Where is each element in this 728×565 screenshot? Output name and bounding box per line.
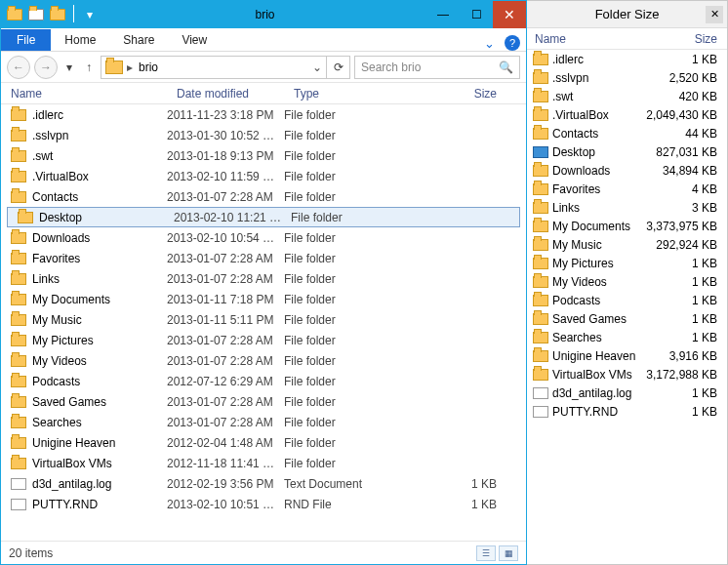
file-date: 2013-01-07 2:28 AM <box>167 354 284 368</box>
header-size[interactable]: Size <box>391 87 526 101</box>
folder-icon <box>533 350 548 362</box>
folder-icon <box>11 294 26 305</box>
forward-button[interactable]: → <box>34 56 58 79</box>
home-tab[interactable]: Home <box>51 29 109 51</box>
table-row[interactable]: My Pictures2013-01-07 2:28 AMFile folder <box>1 330 526 350</box>
file-name: My Videos <box>32 354 167 368</box>
list-item[interactable]: Saved Games1 KB <box>527 309 727 328</box>
list-item[interactable]: Unigine Heaven3,916 KB <box>527 346 727 365</box>
item-size: 827,031 KB <box>645 145 727 159</box>
list-item[interactable]: .sslvpn2,520 KB <box>527 68 727 87</box>
list-item[interactable]: .VirtualBox2,049,430 KB <box>527 105 727 124</box>
qat-icon-1[interactable] <box>5 5 24 24</box>
address-bar[interactable]: ▸ brio ⌄ ⟳ <box>101 56 350 79</box>
qat-icon-2[interactable] <box>26 5 46 24</box>
side-title-bar[interactable]: Folder Size ✕ <box>527 1 727 28</box>
table-row[interactable]: d3d_antilag.log2012-02-19 3:56 PMText Do… <box>1 473 526 494</box>
up-button[interactable]: ↑ <box>81 56 97 79</box>
file-name: d3d_antilag.log <box>32 477 167 491</box>
help-icon[interactable]: ? <box>505 35 520 51</box>
close-button[interactable]: ✕ <box>493 1 526 28</box>
file-type: File folder <box>284 170 391 183</box>
table-row[interactable]: Desktop2013-02-10 11:21 …File folder <box>7 207 520 227</box>
back-button[interactable]: ← <box>7 56 30 79</box>
list-item[interactable]: .swt420 KB <box>527 87 727 105</box>
breadcrumb[interactable]: brio <box>133 61 164 74</box>
folder-icon <box>533 183 548 195</box>
header-date[interactable]: Date modified <box>167 87 284 101</box>
header-name[interactable]: Name <box>1 87 167 101</box>
file-list[interactable]: .idlerc2011-11-23 3:18 PMFile folder.ssl… <box>1 104 526 541</box>
file-date: 2013-01-07 2:28 AM <box>167 416 284 429</box>
file-name: Unigine Heaven <box>32 436 167 450</box>
qat-dropdown[interactable]: ▾ <box>80 5 100 24</box>
table-row[interactable]: PUTTY.RND2013-02-10 10:51 …RND File1 KB <box>1 494 526 514</box>
side-close-button[interactable]: ✕ <box>706 6 723 23</box>
list-item[interactable]: Downloads34,894 KB <box>527 161 727 180</box>
list-item[interactable]: Contacts44 KB <box>527 124 727 142</box>
titlebar[interactable]: ▾ brio — ☐ ✕ <box>1 1 526 28</box>
table-row[interactable]: My Videos2013-01-07 2:28 AMFile folder <box>1 350 526 371</box>
list-item[interactable]: Searches1 KB <box>527 328 727 346</box>
ribbon-expand-icon[interactable]: ⌄ <box>479 36 499 51</box>
table-row[interactable]: Links2013-01-07 2:28 AMFile folder <box>1 268 526 289</box>
table-row[interactable]: .idlerc2011-11-23 3:18 PMFile folder <box>1 104 526 125</box>
file-tab[interactable]: File <box>1 29 51 51</box>
list-item[interactable]: Podcasts1 KB <box>527 291 727 309</box>
table-row[interactable]: Searches2013-01-07 2:28 AMFile folder <box>1 412 526 432</box>
list-item[interactable]: d3d_antilag.log1 KB <box>527 383 727 402</box>
list-item[interactable]: My Videos1 KB <box>527 272 727 291</box>
file-date: 2011-11-23 3:18 PM <box>167 108 284 122</box>
table-row[interactable]: Favorites2013-01-07 2:28 AMFile folder <box>1 248 526 268</box>
list-item[interactable]: My Music292,924 KB <box>527 235 727 254</box>
side-header-size[interactable]: Size <box>645 32 727 46</box>
item-name: Unigine Heaven <box>552 349 645 363</box>
qat-icon-3[interactable] <box>48 5 67 24</box>
item-size: 1 KB <box>645 312 727 326</box>
table-row[interactable]: Unigine Heaven2012-02-04 1:48 AMFile fol… <box>1 432 526 453</box>
list-item[interactable]: .idlerc1 KB <box>527 50 727 68</box>
table-row[interactable]: Contacts2013-01-07 2:28 AMFile folder <box>1 186 526 207</box>
table-row[interactable]: .swt2013-01-18 9:13 PMFile folder <box>1 145 526 166</box>
item-size: 2,049,430 KB <box>645 108 727 122</box>
item-name: Links <box>552 201 645 215</box>
folder-icon <box>533 276 548 288</box>
item-size: 34,894 KB <box>645 164 727 178</box>
search-icon: 🔍 <box>499 61 513 74</box>
item-size: 1 KB <box>645 405 727 419</box>
item-size: 44 KB <box>645 127 727 141</box>
table-row[interactable]: VirtualBox VMs2012-11-18 11:41 …File fol… <box>1 453 526 473</box>
share-tab[interactable]: Share <box>109 29 168 51</box>
table-row[interactable]: My Documents2013-01-11 7:18 PMFile folde… <box>1 289 526 309</box>
table-row[interactable]: .VirtualBox2013-02-10 11:59 …File folder <box>1 166 526 186</box>
maximize-button[interactable]: ☐ <box>460 1 493 28</box>
list-item[interactable]: Favorites4 KB <box>527 180 727 198</box>
table-row[interactable]: Downloads2013-02-10 10:54 …File folder <box>1 227 526 248</box>
list-item[interactable]: My Pictures1 KB <box>527 254 727 272</box>
history-dropdown[interactable]: ▾ <box>61 56 77 79</box>
refresh-button[interactable]: ⟳ <box>326 57 349 78</box>
item-size: 3,373,975 KB <box>645 220 727 233</box>
item-name: d3d_antilag.log <box>552 386 645 400</box>
folder-icon <box>533 128 548 140</box>
view-icons-button[interactable]: ▦ <box>499 545 518 561</box>
list-item[interactable]: PUTTY.RND1 KB <box>527 402 727 421</box>
minimize-button[interactable]: — <box>426 1 460 28</box>
view-details-button[interactable]: ☰ <box>476 545 496 561</box>
list-item[interactable]: Desktop827,031 KB <box>527 142 727 161</box>
list-item[interactable]: My Documents3,373,975 KB <box>527 217 727 235</box>
list-item[interactable]: Links3 KB <box>527 198 727 217</box>
file-date: 2013-01-11 7:18 PM <box>167 293 284 306</box>
search-box[interactable]: Search brio 🔍 <box>354 56 520 79</box>
address-dropdown-icon[interactable]: ⌄ <box>308 61 326 74</box>
list-item[interactable]: VirtualBox VMs3,172,988 KB <box>527 365 727 383</box>
side-list[interactable]: .idlerc1 KB.sslvpn2,520 KB.swt420 KB.Vir… <box>527 50 727 564</box>
table-row[interactable]: Saved Games2013-01-07 2:28 AMFile folder <box>1 391 526 412</box>
side-header-name[interactable]: Name <box>527 32 645 46</box>
table-row[interactable]: My Music2013-01-11 5:11 PMFile folder <box>1 309 526 330</box>
folder-icon <box>533 239 548 251</box>
header-type[interactable]: Type <box>284 87 391 101</box>
table-row[interactable]: .sslvpn2013-01-30 10:52 …File folder <box>1 125 526 145</box>
view-tab[interactable]: View <box>168 29 221 51</box>
table-row[interactable]: Podcasts2012-07-12 6:29 AMFile folder <box>1 371 526 391</box>
